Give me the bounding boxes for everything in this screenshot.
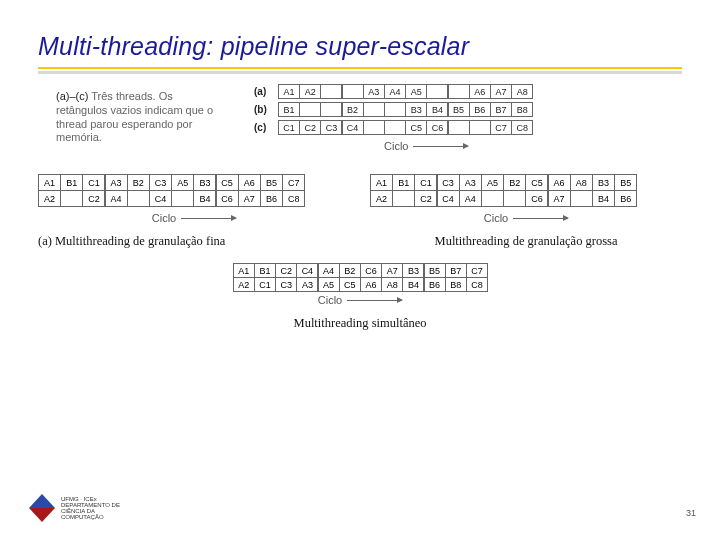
cell: C8 <box>511 120 533 135</box>
cell: C5 <box>405 120 427 135</box>
logo-text: UFMG · ICExDEPARTAMENTO DECIÊNCIA DACOMP… <box>61 496 120 520</box>
cell <box>127 190 150 207</box>
cell: A5 <box>171 174 194 191</box>
cell <box>363 120 385 135</box>
cell <box>320 84 342 99</box>
cell: A1 <box>278 84 300 99</box>
thread-b-label: (b) <box>254 104 272 115</box>
cell: B2 <box>127 174 150 191</box>
caption-bottom: Multithreading simultâneo <box>294 316 427 331</box>
panel-bottom: A1B1C2C4A4B2C6A7B3B5B7C7 A2C1C3A3A5C5A6A… <box>38 263 682 331</box>
ciclo-label: Ciclo <box>384 140 408 152</box>
cell: C7 <box>282 174 305 191</box>
slide-title: Multi-threading: pipeline super-escalar <box>38 32 682 61</box>
cell <box>392 190 415 207</box>
intro-text: (a)–(c) Três threads. Os retângulos vazi… <box>56 84 226 145</box>
cell: A6 <box>548 174 571 191</box>
cell: C3 <box>275 277 297 292</box>
cell: C3 <box>320 120 342 135</box>
cell: B2 <box>342 102 364 117</box>
cell: C2 <box>82 190 105 207</box>
cell: A4 <box>459 190 482 207</box>
cell: B6 <box>469 102 491 117</box>
cell <box>384 102 406 117</box>
arrow-icon <box>413 146 468 147</box>
cell: B4 <box>426 102 448 117</box>
cell <box>469 120 491 135</box>
panel-right-row1: A1B1C1C3A3A5B2C5A6A8B3B5 <box>370 174 682 191</box>
cell: C5 <box>216 174 239 191</box>
panel-bottom-row1: A1B1C2C4A4B2C6A7B3B5B7C7 <box>233 263 487 278</box>
thread-b: (b) B1B2B3B4B5B6B7B8 <box>254 102 532 117</box>
cell: A8 <box>381 277 403 292</box>
thread-a: (a) A1A2A3A4A5A6A7A8 <box>254 84 532 99</box>
panel-left: A1B1C1A3B2C3A5B3C5A6B5C7 A2C2A4C4B4C6A7B… <box>38 174 350 249</box>
cell: B3 <box>405 102 427 117</box>
ciclo-label-right: Ciclo <box>484 212 508 224</box>
arrow-icon <box>347 300 402 301</box>
cell: B5 <box>614 174 637 191</box>
cell: A5 <box>318 277 340 292</box>
cell: A2 <box>299 84 321 99</box>
logo-icon <box>28 494 56 522</box>
intro-lead: (a)–(c) <box>56 90 88 102</box>
cell: A5 <box>481 174 504 191</box>
cell: A4 <box>105 190 128 207</box>
cell: A4 <box>384 84 406 99</box>
dept-logo: UFMG · ICExDEPARTAMENTO DECIÊNCIA DACOMP… <box>28 494 120 522</box>
cell <box>342 84 364 99</box>
cell: B4 <box>402 277 424 292</box>
caption-right: Multithreading de granulação grossa <box>370 234 682 249</box>
cell: C2 <box>299 120 321 135</box>
cell: C5 <box>339 277 361 292</box>
cell: B7 <box>445 263 467 278</box>
cell: B5 <box>424 263 446 278</box>
cell: A3 <box>105 174 128 191</box>
cell: A1 <box>370 174 393 191</box>
cell: A1 <box>38 174 61 191</box>
cell <box>570 190 593 207</box>
cell: B6 <box>424 277 446 292</box>
cell: A6 <box>469 84 491 99</box>
cell: B6 <box>260 190 283 207</box>
cell: C6 <box>426 120 448 135</box>
cell <box>320 102 342 117</box>
cell: C7 <box>490 120 512 135</box>
cell: C3 <box>437 174 460 191</box>
arrow-icon <box>513 218 568 219</box>
cell: A8 <box>511 84 533 99</box>
cell: A6 <box>360 277 382 292</box>
cell: B1 <box>392 174 415 191</box>
cell: C4 <box>149 190 172 207</box>
ciclo-right: Ciclo <box>484 212 568 224</box>
title-underline <box>38 67 682 69</box>
cell: B4 <box>193 190 216 207</box>
cell <box>60 190 83 207</box>
cell: A3 <box>459 174 482 191</box>
cell: C1 <box>278 120 300 135</box>
cell: C6 <box>360 263 382 278</box>
cell: B3 <box>193 174 216 191</box>
cell: A7 <box>238 190 261 207</box>
arrow-icon <box>181 218 236 219</box>
page-number: 31 <box>686 508 696 518</box>
cell: A7 <box>490 84 512 99</box>
cell: A7 <box>548 190 571 207</box>
panel-bottom-row2: A2C1C3A3A5C5A6A8B4B6B8C8 <box>233 277 487 292</box>
cell: C6 <box>525 190 548 207</box>
cell: C3 <box>149 174 172 191</box>
thread-a-label: (a) <box>254 86 272 97</box>
cell: A2 <box>233 277 255 292</box>
cell: C4 <box>342 120 364 135</box>
cell: A5 <box>405 84 427 99</box>
cell: B7 <box>490 102 512 117</box>
cell <box>448 120 470 135</box>
cell: C4 <box>296 263 318 278</box>
cell: C1 <box>254 277 276 292</box>
ciclo-left: Ciclo <box>152 212 236 224</box>
ciclo-top: Ciclo <box>384 140 532 152</box>
cell <box>384 120 406 135</box>
cell: B6 <box>614 190 637 207</box>
cell: C1 <box>82 174 105 191</box>
thread-c: (c) C1C2C3C4C5C6C7C8 <box>254 120 532 135</box>
